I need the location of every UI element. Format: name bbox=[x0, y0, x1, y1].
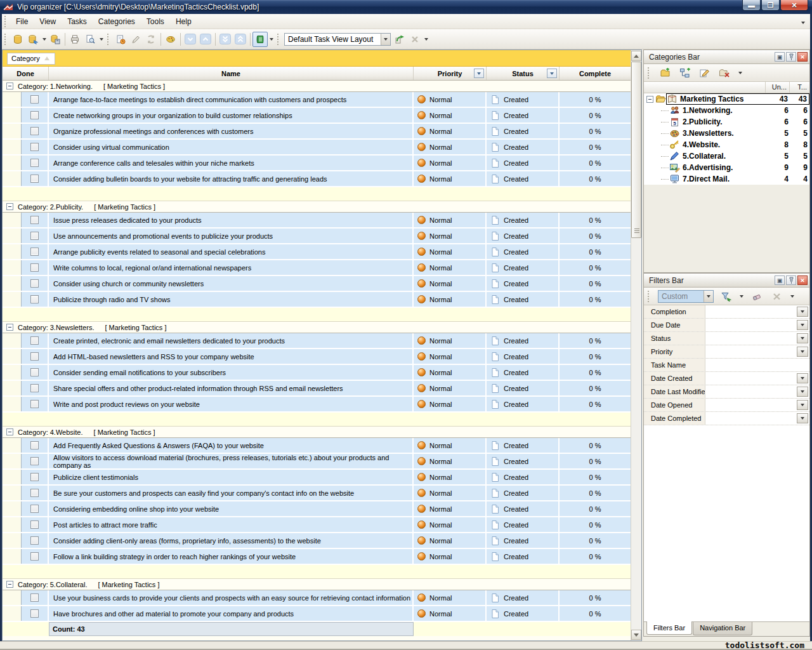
table-row[interactable]: Arrange conference calls and telesales w… bbox=[3, 156, 631, 171]
delete-task-button[interactable] bbox=[143, 32, 159, 47]
table-row[interactable]: Add HTML-based newsletters and RSS to yo… bbox=[3, 349, 631, 365]
column-header-complete[interactable]: Complete bbox=[560, 67, 631, 80]
print-preview-button[interactable] bbox=[82, 32, 98, 47]
table-row[interactable]: Allow visitors to access download materi… bbox=[3, 454, 631, 470]
scrollbar-thumb[interactable] bbox=[631, 62, 641, 238]
status-filter-button[interactable] bbox=[547, 69, 557, 78]
tree-row[interactable]: 5.Collateral.55 bbox=[644, 150, 809, 162]
dropdown-caret[interactable] bbox=[789, 289, 796, 304]
column-header-done[interactable]: Done bbox=[3, 67, 49, 80]
task-checkbox[interactable] bbox=[30, 505, 39, 513]
priority-filter-button[interactable] bbox=[474, 69, 484, 78]
minimize-button[interactable]: ▬ bbox=[742, 0, 761, 11]
move-top-button[interactable] bbox=[233, 32, 248, 47]
apply-filter-button[interactable] bbox=[718, 289, 733, 304]
table-row[interactable]: Write and post product reviews on your w… bbox=[3, 397, 631, 413]
table-row[interactable]: Use your business cards to provide your … bbox=[3, 590, 631, 606]
move-up-button[interactable] bbox=[198, 32, 213, 47]
collapse-icon[interactable] bbox=[6, 324, 13, 331]
tab-filters-bar[interactable]: Filters Bar bbox=[646, 621, 692, 635]
filter-dropdown-button[interactable] bbox=[797, 400, 808, 410]
column-header-uncompleted[interactable]: Un... bbox=[765, 82, 789, 93]
filter-value[interactable] bbox=[705, 319, 809, 331]
task-checkbox[interactable] bbox=[30, 594, 39, 602]
menu-tools[interactable]: Tools bbox=[141, 15, 170, 28]
table-row[interactable]: Arrange publicity events related to seas… bbox=[3, 244, 631, 260]
move-bottom-button[interactable] bbox=[218, 32, 233, 47]
task-checkbox[interactable] bbox=[30, 95, 39, 103]
group-row[interactable]: Category: 4.Website.[ Marketing Tactics … bbox=[3, 427, 631, 438]
task-checkbox[interactable] bbox=[30, 248, 39, 256]
print-button[interactable] bbox=[67, 32, 82, 47]
edit-category-button[interactable] bbox=[697, 65, 712, 81]
group-row[interactable]: Category: 3.Newsletters.[ Marketing Tact… bbox=[3, 322, 631, 333]
filter-dropdown-button[interactable] bbox=[797, 347, 808, 357]
filter-value[interactable] bbox=[705, 372, 809, 385]
filter-value[interactable] bbox=[705, 305, 809, 318]
filter-dropdown-button[interactable] bbox=[797, 387, 808, 397]
table-row[interactable]: Publicize through radio and TV showsNorm… bbox=[3, 292, 631, 308]
table-row[interactable]: Be sure your customers and prospects can… bbox=[3, 486, 631, 501]
dropdown-caret[interactable] bbox=[41, 32, 48, 47]
tree-collapse-icon[interactable] bbox=[646, 96, 653, 103]
filter-value[interactable] bbox=[705, 385, 809, 398]
filter-value[interactable] bbox=[705, 399, 809, 411]
task-checkbox[interactable] bbox=[30, 384, 39, 392]
dropdown-caret[interactable] bbox=[422, 32, 429, 47]
edit-task-button[interactable] bbox=[128, 32, 143, 47]
table-row[interactable]: Add Frequently Asked Questions & Answers… bbox=[3, 438, 631, 454]
categories-pin-icon[interactable] bbox=[786, 52, 796, 62]
filter-dropdown-button[interactable] bbox=[797, 320, 808, 330]
task-checkbox[interactable] bbox=[30, 216, 39, 224]
task-checkbox[interactable] bbox=[30, 232, 39, 240]
task-checkbox[interactable] bbox=[30, 457, 39, 465]
task-checkbox[interactable] bbox=[30, 159, 39, 167]
table-row[interactable]: Consider using church or community newsl… bbox=[3, 276, 631, 292]
layout-combo-dropdown[interactable] bbox=[381, 34, 390, 45]
filter-preset-combo[interactable]: Custom bbox=[658, 290, 714, 303]
mark-complete-button[interactable] bbox=[163, 32, 178, 47]
scrollbar-up-button[interactable] bbox=[631, 51, 641, 61]
task-checkbox[interactable] bbox=[30, 352, 39, 361]
maximize-button[interactable]: ❐ bbox=[761, 0, 780, 11]
layout-combo[interactable]: Default Task View Layout bbox=[284, 33, 391, 46]
table-row[interactable]: Share special offers and other product-r… bbox=[3, 381, 631, 397]
notebook-view-button[interactable] bbox=[252, 32, 268, 47]
task-checkbox[interactable] bbox=[30, 536, 39, 545]
filter-dropdown-button[interactable] bbox=[797, 373, 808, 383]
table-row[interactable]: Create networking groups in your organiz… bbox=[3, 108, 631, 124]
collapse-icon[interactable] bbox=[6, 203, 13, 210]
column-header-total[interactable]: T... bbox=[789, 82, 809, 93]
new-database-button[interactable] bbox=[10, 32, 25, 47]
task-checkbox[interactable] bbox=[30, 441, 39, 449]
menubar-overflow-caret[interactable] bbox=[801, 17, 805, 26]
collapse-icon[interactable] bbox=[6, 581, 13, 588]
table-row[interactable]: Post articles to attract more trafficNor… bbox=[3, 517, 631, 533]
filter-dropdown-button[interactable] bbox=[797, 307, 808, 317]
scrollbar-down-button[interactable] bbox=[631, 630, 641, 640]
menu-categories[interactable]: Categories bbox=[93, 15, 141, 28]
task-checkbox[interactable] bbox=[30, 521, 39, 529]
dropdown-caret[interactable] bbox=[738, 289, 745, 304]
tree-row-root[interactable]: Marketing Tactics4343 bbox=[644, 93, 809, 105]
task-checkbox[interactable] bbox=[30, 609, 39, 618]
task-checkbox[interactable] bbox=[30, 111, 39, 119]
group-row[interactable]: Category: 1.Networking.[ Marketing Tacti… bbox=[3, 81, 631, 92]
task-checkbox[interactable] bbox=[30, 175, 39, 183]
menu-help[interactable]: Help bbox=[170, 15, 197, 28]
task-checkbox[interactable] bbox=[30, 552, 39, 560]
task-checkbox[interactable] bbox=[30, 143, 39, 151]
task-checkbox[interactable] bbox=[30, 473, 39, 481]
table-row[interactable]: Write columns to local, regional or/and … bbox=[3, 260, 631, 276]
filter-value[interactable] bbox=[705, 359, 809, 371]
task-checkbox[interactable] bbox=[30, 295, 39, 303]
filter-dropdown-button[interactable] bbox=[797, 333, 808, 343]
group-by-category-button[interactable]: Category bbox=[7, 53, 55, 65]
delete-layout-button[interactable] bbox=[407, 32, 422, 47]
table-row[interactable]: Issue press releases dedicated to your p… bbox=[3, 213, 631, 229]
categories-autohide-icon[interactable]: ▣ bbox=[775, 52, 785, 62]
delete-category-button[interactable] bbox=[717, 65, 732, 81]
filter-value[interactable] bbox=[705, 332, 809, 345]
filters-autohide-icon[interactable]: ▣ bbox=[775, 275, 785, 285]
task-checkbox[interactable] bbox=[30, 127, 39, 135]
